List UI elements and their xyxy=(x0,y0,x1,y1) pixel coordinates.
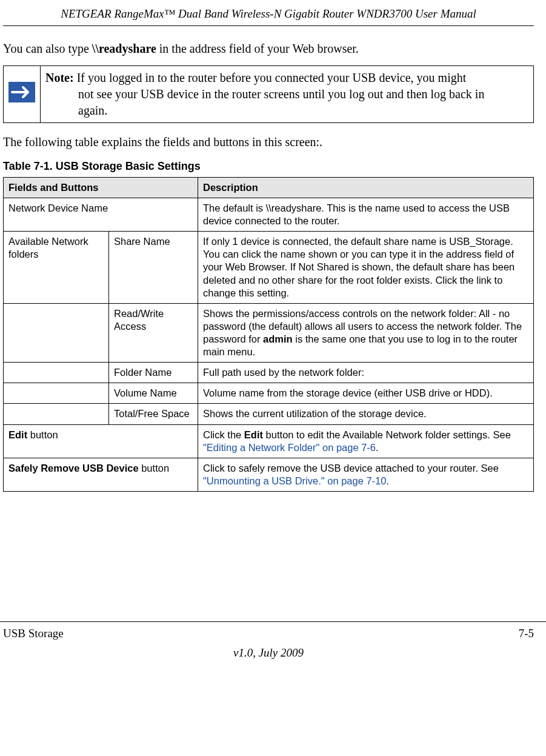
cell-r3c3-bold: admin xyxy=(263,333,293,344)
note-text: Note: If you logged in to the router bef… xyxy=(41,65,534,122)
cell-r8c1-bold: Safely Remove USB Device xyxy=(8,463,139,473)
cell-r7c3-b: button to edit the Available Network fol… xyxy=(263,429,511,440)
footer-version: v1.0, July 2009 xyxy=(3,645,534,661)
cell-r8c1-after: button xyxy=(139,463,169,473)
table-lead-paragraph: The following table explains the fields … xyxy=(3,134,534,150)
footer-section: USB Storage xyxy=(3,626,64,641)
footer-page-number: 7-5 xyxy=(519,626,534,641)
note-label: Note: xyxy=(45,71,74,84)
cell-r3c1 xyxy=(4,303,109,362)
cell-r7c1: Edit button xyxy=(4,424,198,458)
table-caption: Table 7-1. USB Storage Basic Settings xyxy=(3,159,534,173)
link-edit-network-folder[interactable]: "Editing a Network Folder" on page 7-6 xyxy=(203,442,376,453)
arrow-right-icon xyxy=(8,82,35,102)
table-row: Available Network folders Share Name If … xyxy=(4,232,534,304)
table-row: Volume Name Volume name from the storage… xyxy=(4,383,534,404)
cell-r4c2: Folder Name xyxy=(109,363,198,383)
intro-after: in the address field of your Web browser… xyxy=(156,42,359,55)
intro-bold: \\readyshare xyxy=(92,42,156,55)
note-line1: If you logged in to the router before yo… xyxy=(74,71,467,84)
cell-r8c3: Click to safely remove the USB device at… xyxy=(198,458,534,491)
cell-r2c2: Share Name xyxy=(109,232,198,304)
cell-r6c2: Total/Free Space xyxy=(109,404,198,424)
settings-table: Fields and Buttons Description Network D… xyxy=(3,177,534,492)
cell-r3c3: Shows the permissions/access controls on… xyxy=(198,303,534,362)
cell-r7c1-after: button xyxy=(27,429,58,440)
cell-r8c1: Safely Remove USB Device button xyxy=(4,458,198,491)
page-header: NETGEAR RangeMax™ Dual Band Wireless-N G… xyxy=(3,6,534,26)
cell-r8c3-b: . xyxy=(386,475,389,486)
note-icon-cell xyxy=(4,65,41,122)
table-row: Edit button Click the Edit button to edi… xyxy=(4,424,534,458)
intro-paragraph: You can also type \\readyshare in the ad… xyxy=(3,41,534,57)
link-unmounting-usb[interactable]: "Unmounting a USB Drive." on page 7-10 xyxy=(203,475,386,486)
th-fields: Fields and Buttons xyxy=(4,177,198,198)
cell-r4c3: Full path used by the network folder: xyxy=(198,363,534,383)
table-caption-title: USB Storage Basic Settings xyxy=(56,160,201,172)
cell-r7c3-a: Click the xyxy=(203,429,244,440)
note-line3: again. xyxy=(45,102,528,119)
cell-r4c1 xyxy=(4,363,109,383)
table-row: Network Device Name The default is \\rea… xyxy=(4,198,534,232)
cell-r2c3: If only 1 device is connected, the defau… xyxy=(198,232,534,304)
cell-r5c1 xyxy=(4,383,109,404)
cell-r1c3: The default is \\readyshare. This is the… xyxy=(198,198,534,232)
cell-r6c3: Shows the current utilization of the sto… xyxy=(198,404,534,424)
table-header-row: Fields and Buttons Description xyxy=(4,177,534,198)
table-row: Safely Remove USB Device button Click to… xyxy=(4,458,534,491)
cell-r1c1: Network Device Name xyxy=(4,198,198,232)
cell-r6c1 xyxy=(4,404,109,424)
note-line2: not see your USB device in the router sc… xyxy=(45,86,528,102)
table-row: Folder Name Full path used by the networ… xyxy=(4,363,534,383)
table-row: Read/Write Access Shows the permissions/… xyxy=(4,303,534,362)
cell-r7c3-c: . xyxy=(376,442,379,453)
intro-before: You can also type xyxy=(3,42,92,55)
cell-r5c2: Volume Name xyxy=(109,383,198,404)
cell-r3c2: Read/Write Access xyxy=(109,303,198,362)
page-footer: USB Storage 7-5 v1.0, July 2009 xyxy=(0,621,546,660)
cell-r5c3: Volume name from the storage device (eit… xyxy=(198,383,534,404)
cell-r8c3-a: Click to safely remove the USB device at… xyxy=(203,463,499,473)
note-box: Note: If you logged in to the router bef… xyxy=(3,65,534,123)
cell-r2c1: Available Network folders xyxy=(4,232,109,304)
cell-r7c3: Click the Edit button to edit the Availa… xyxy=(198,424,534,458)
table-caption-prefix: Table 7-1. xyxy=(3,160,56,172)
cell-r7c1-bold: Edit xyxy=(8,429,27,440)
cell-r7c3-bold: Edit xyxy=(244,429,263,440)
th-description: Description xyxy=(198,177,534,198)
table-row: Total/Free Space Shows the current utili… xyxy=(4,404,534,424)
